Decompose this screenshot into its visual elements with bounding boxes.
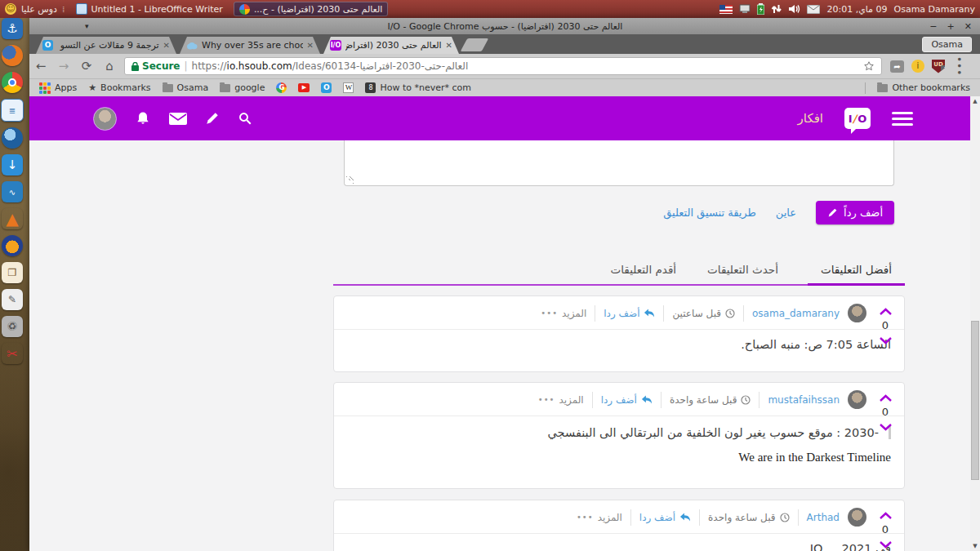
dock-chrome-icon[interactable] [2,72,23,93]
dock-media-player-icon[interactable]: ∿ [2,181,23,202]
search-icon[interactable] [238,111,252,126]
page-scrollbar[interactable]: ▲ ▼ [970,96,980,551]
keyboard-layout-flag-icon[interactable] [719,5,733,14]
apps-shortcut[interactable]: Apps [39,82,77,94]
dock-notes-icon[interactable]: ✎ [2,289,23,310]
scroll-up-arrow[interactable]: ▲ [970,98,980,104]
reply-link[interactable]: أضف ردا [604,308,655,319]
tab-why-over-35s[interactable]: Why over 35s are choos ✕ [180,37,320,54]
mail-icon[interactable] [807,5,820,14]
tab-best-comments[interactable]: أفضل التعليقات [808,256,905,286]
upvote-icon[interactable] [880,394,892,402]
user-avatar[interactable] [93,107,117,131]
taskbar-user[interactable]: Osama Damarany [894,4,976,15]
preview-link[interactable]: عاين [776,207,796,219]
upvote-icon[interactable] [880,512,892,519]
tab-translate-articles[interactable]: O ترجمة 9 مقالات عن التسو ✕ [36,37,176,54]
bookmark-folder-google[interactable]: google [220,82,265,93]
dock-anchor-icon[interactable]: ⚓ [2,18,23,39]
tab-close-icon[interactable]: ✕ [307,41,314,50]
io-logo[interactable]: I/O [844,108,871,129]
dock-screenshot-icon[interactable]: ✂ [2,343,23,364]
bookmark-howto[interactable]: 8 How to *never* com [365,82,471,93]
dock-firefox-icon[interactable] [2,45,23,66]
tab-world-2030[interactable]: I/O العالم حتى 2030 (افتراض ✕ [323,37,459,54]
dock-vlc-icon[interactable]: ▲ [2,208,23,229]
dock-thunderbird-icon[interactable] [2,127,23,149]
upvote-icon[interactable] [880,308,892,315]
bookmark-google-icon[interactable]: G [276,82,287,93]
address-bar[interactable]: Secure | https://io.hsoub.com/Ideas/6013… [124,57,882,75]
shade-button[interactable]: ▾ [29,22,89,30]
minimize-button[interactable]: − [929,21,937,32]
hamburger-menu-icon[interactable] [892,112,913,126]
dock-trash-icon[interactable]: ♽ [2,316,23,337]
scrollbar-thumb[interactable] [971,321,979,480]
browser-profile-button[interactable]: Osama [922,37,972,52]
more-link[interactable]: المزيد••• [538,394,584,406]
bookmark-folder-osama[interactable]: Osama [163,82,209,93]
extension-shield-icon[interactable]: UD1 [932,60,945,73]
resize-grip[interactable] [346,176,354,184]
tab-close-icon[interactable]: ✕ [446,41,452,50]
desktop-background: ⚓ ≣ ↓ ∿ ▲ ❐ ✎ ♽ ✂ [0,18,29,551]
maximize-button[interactable]: + [947,21,955,32]
chrome-menu-icon[interactable]: ••• [953,56,964,76]
back-button[interactable]: ← [29,59,52,73]
commenter-avatar[interactable] [848,304,866,322]
other-bookmarks[interactable]: Other bookmarks [877,82,970,93]
bookmark-o-icon[interactable]: O [321,82,332,93]
reply-link[interactable]: أضف ردا [639,512,691,523]
commenter-avatar[interactable] [848,390,866,409]
volume-icon[interactable] [788,4,800,14]
commenter-username[interactable]: Arthad [807,512,840,523]
dock-writer-icon[interactable]: ≣ [1,99,24,122]
home-button[interactable]: ⌂ [98,59,121,73]
bookmarks-bar: Apps ★ Bookmarks Osama google G ▶ O W 8 … [29,79,980,96]
comment-time: قبل ساعة واحدة [708,512,790,523]
close-button[interactable]: ✕ [964,21,972,32]
messages-envelope-icon[interactable] [169,113,187,125]
display-icon[interactable] [739,4,751,14]
downvote-icon[interactable] [880,424,892,431]
extension-share-icon[interactable]: ➦ [890,60,904,73]
taskbar-window-chrome[interactable]: العالم حتى 2030 (افتراضيا) - ح... [234,2,388,16]
format-help-link[interactable]: طريقة تنسيق التعليق [663,207,756,219]
commenter-avatar[interactable] [848,508,866,527]
bookmark-wikipedia-icon[interactable]: W [343,82,354,93]
scroll-down-arrow[interactable]: ▼ [970,543,980,549]
forward-button[interactable]: → [52,59,75,73]
commenter-username[interactable]: mustafaihssan [768,394,840,406]
new-tab-button[interactable] [461,38,489,51]
comment-textarea[interactable] [344,140,894,186]
tab-newest-comments[interactable]: أحدث التعليقات [706,256,780,284]
dock-audio-icon[interactable] [2,235,23,256]
downvote-icon[interactable] [880,541,892,549]
tab-oldest-comments[interactable]: أقدم التعليقات [609,256,679,284]
downvote-icon[interactable] [880,337,892,344]
taskbar-clock[interactable]: 09 ماي, 20:01 [826,4,887,15]
reply-arrow-icon [641,395,653,404]
bookmark-star-icon[interactable] [863,60,875,72]
more-link[interactable]: المزيد••• [577,512,622,523]
bookmarks-shortcut[interactable]: ★ Bookmarks [88,82,150,93]
tab-close-icon[interactable]: ✕ [163,41,170,50]
taskbar-window-writer[interactable]: Untitled 1 - LibreOffice Writer [70,2,229,16]
dock-downloads-icon[interactable]: ↓ [2,154,23,176]
bookmark-youtube-icon[interactable]: ▶ [298,83,310,92]
nav-ideas-link[interactable]: افكار [798,111,823,126]
commenter-username[interactable]: osama_damarany [752,308,840,319]
more-link[interactable]: المزيد••• [541,308,586,319]
dock-book-icon[interactable]: ❐ [2,262,23,283]
battery-icon[interactable] [757,3,764,15]
compose-pencil-icon[interactable] [205,111,220,126]
extension-accessibility-icon[interactable]: i [911,60,924,73]
blockquote: -2030 : موقع حسوب يغير لون الخلفية من ال… [380,426,891,439]
add-reply-button[interactable]: أضف رداً [816,201,894,224]
reply-link[interactable]: أضف ردا [601,394,653,406]
chrome-icon [239,4,250,15]
reload-button[interactable]: ⟳ [75,59,98,73]
notifications-bell-icon[interactable] [135,110,151,127]
network-icon[interactable] [771,4,782,14]
window-titlebar[interactable]: ▾ العالم حتى 2030 (افتراضيا) - حسوب I/O … [29,18,980,34]
